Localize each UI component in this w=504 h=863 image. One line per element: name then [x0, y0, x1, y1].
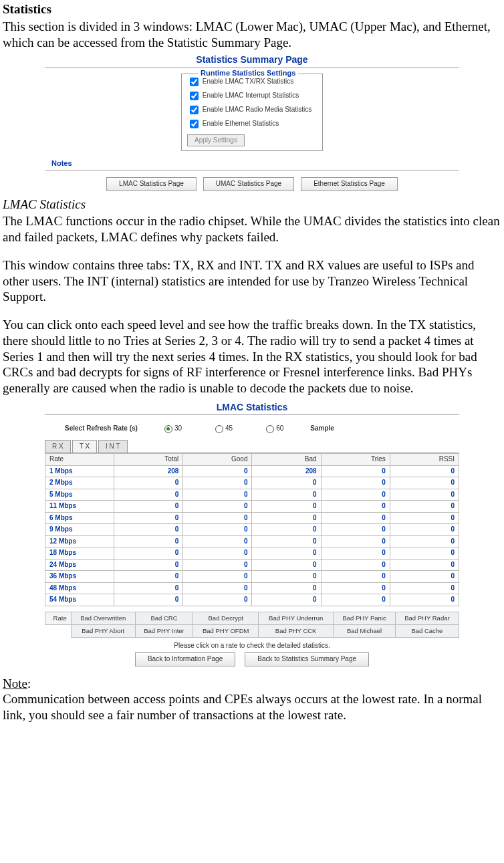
rate-link[interactable]: 1 Mbps: [45, 465, 114, 477]
cell-total: 0: [114, 547, 183, 560]
cell-total: 0: [114, 501, 183, 513]
ethernet-stats-page-button[interactable]: Ethernet Statistics Page: [301, 177, 398, 191]
rate-link[interactable]: 24 Mbps: [45, 559, 114, 571]
cell-bad: 0: [252, 547, 321, 560]
cell-tries: 0: [321, 547, 390, 560]
tab-int[interactable]: I N T: [98, 440, 127, 453]
notes-label: Notes: [51, 159, 459, 168]
bad-phy-cck[interactable]: Bad PHY CCK: [259, 624, 334, 637]
cell-good: 0: [183, 535, 252, 547]
cell-good: 0: [183, 512, 252, 524]
col-rssi: RSSI: [390, 454, 459, 466]
rate-link[interactable]: 12 Mbps: [45, 535, 114, 547]
bad-crc[interactable]: Bad CRC: [135, 612, 193, 624]
cell-good: 0: [183, 524, 252, 536]
cell-bad: 0: [252, 501, 321, 513]
bad-cache[interactable]: Bad Cache: [395, 624, 459, 637]
bad-phy-radar[interactable]: Bad PHY Radar: [395, 612, 459, 624]
cell-rssi: 0: [390, 465, 459, 477]
rate-link[interactable]: 36 Mbps: [45, 571, 114, 583]
rate-link[interactable]: 54 Mbps: [45, 594, 114, 606]
refresh-30-label: 30: [174, 424, 182, 433]
bad-phy-abort[interactable]: Bad PHY Abort: [71, 624, 135, 637]
umac-stats-page-button[interactable]: UMAC Statistics Page: [203, 177, 294, 191]
cb-ethernet[interactable]: [190, 120, 199, 128]
cell-rssi: 0: [390, 535, 459, 547]
apply-settings-button[interactable]: Apply Settings: [187, 134, 245, 147]
refresh-45-label: 45: [225, 424, 233, 433]
cell-good: 0: [183, 465, 252, 477]
table-row: 18 Mbps00000: [45, 547, 459, 560]
cb-lmac-txrx-label: Enable LMAC TX/RX Statistics: [203, 78, 294, 85]
cell-tries: 0: [321, 512, 390, 524]
tab-rx[interactable]: R X: [45, 440, 71, 453]
cell-good: 0: [183, 489, 252, 501]
table-row: 1 Mbps208020800: [45, 465, 459, 477]
cell-tries: 0: [321, 535, 390, 547]
click-rate-note: Please click on a rate to check the deta…: [45, 642, 459, 650]
cell-tries: 0: [321, 524, 390, 536]
cell-good: 0: [183, 559, 252, 571]
cell-total: 0: [114, 477, 183, 489]
cell-tries: 0: [321, 582, 390, 594]
cell-total: 0: [114, 559, 183, 571]
rate-link[interactable]: 6 Mbps: [45, 512, 114, 524]
bad-phy-underrun[interactable]: Bad PHY Underrun: [259, 612, 334, 624]
refresh-30-radio[interactable]: [164, 425, 172, 433]
cell-bad: 0: [252, 535, 321, 547]
cell-bad: 0: [252, 512, 321, 524]
cell-bad: 0: [252, 594, 321, 606]
cb-lmac-radiomedia-label: Enable LMAC Radio Media Statistics: [203, 106, 311, 113]
back-summary-button[interactable]: Back to Statistics Summary Page: [245, 652, 369, 666]
table-row: 48 Mbps00000: [45, 582, 459, 594]
refresh-60-radio[interactable]: [266, 425, 274, 433]
back-info-button[interactable]: Back to Information Page: [135, 652, 235, 666]
cell-total: 0: [114, 524, 183, 536]
table-row: 11 Mbps00000: [45, 501, 459, 513]
bad-phy-panic[interactable]: Bad PHY Panic: [334, 612, 396, 624]
bad-decrypt[interactable]: Bad Decrypt: [193, 612, 259, 624]
lmac-para3: You can click onto each speed level and …: [3, 317, 501, 396]
cell-tries: 0: [321, 477, 390, 489]
cell-bad: 0: [252, 559, 321, 571]
lmac-stats-page-button[interactable]: LMAC Statistics Page: [106, 177, 197, 191]
col-good: Good: [183, 454, 252, 466]
rate-link[interactable]: 18 Mbps: [45, 547, 114, 560]
lmac-title: LMAC Statistics: [45, 402, 459, 414]
col-rate: Rate: [45, 454, 114, 466]
rate-link[interactable]: 48 Mbps: [45, 582, 114, 594]
refresh-rate-label: Select Refresh Rate (s): [65, 424, 138, 433]
rate-link[interactable]: 11 Mbps: [45, 501, 114, 513]
bad-michael[interactable]: Bad Michael: [334, 624, 396, 637]
rate-link[interactable]: 5 Mbps: [45, 489, 114, 501]
rate-table: Rate Total Good Bad Tries RSSI 1 Mbps208…: [45, 453, 459, 606]
cell-total: 0: [114, 535, 183, 547]
rate-link[interactable]: 9 Mbps: [45, 524, 114, 536]
bad-phy-inter[interactable]: Bad PHY Inter: [135, 624, 193, 637]
rate-link[interactable]: 2 Mbps: [45, 477, 114, 489]
bad-rate-label: Rate: [45, 612, 72, 624]
sample-label: Sample: [310, 424, 334, 433]
cell-bad: 0: [252, 571, 321, 583]
tab-tx[interactable]: T X: [72, 440, 97, 453]
lmac-subheading: LMAC Statistics: [3, 197, 501, 213]
cb-lmac-radiomedia[interactable]: [190, 106, 199, 114]
cb-ethernet-label: Enable Ethernet Statistics: [203, 120, 279, 127]
bad-phy-ofdm[interactable]: Bad PHY OFDM: [193, 624, 259, 637]
cb-lmac-interrupt[interactable]: [190, 92, 199, 100]
intro-paragraph: This section is divided in 3 windows: LM…: [3, 19, 501, 51]
cb-lmac-txrx[interactable]: [190, 78, 199, 86]
cell-bad: 208: [252, 465, 321, 477]
cell-total: 0: [114, 489, 183, 501]
cell-rssi: 0: [390, 477, 459, 489]
runtime-settings-group: Runtime Statistics Settings Enable LMAC …: [181, 74, 323, 152]
note-label: Note: [3, 676, 27, 691]
cell-rssi: 0: [390, 501, 459, 513]
refresh-45-radio[interactable]: [215, 425, 223, 433]
bad-overwritten[interactable]: Bad Overwritten: [71, 612, 135, 624]
table-row: 2 Mbps00000: [45, 477, 459, 489]
cell-total: 0: [114, 571, 183, 583]
note-body: Communication between access points and …: [3, 692, 482, 722]
summary-page-screenshot: Statistics Summary Page Runtime Statisti…: [45, 54, 459, 191]
cell-total: 0: [114, 594, 183, 606]
